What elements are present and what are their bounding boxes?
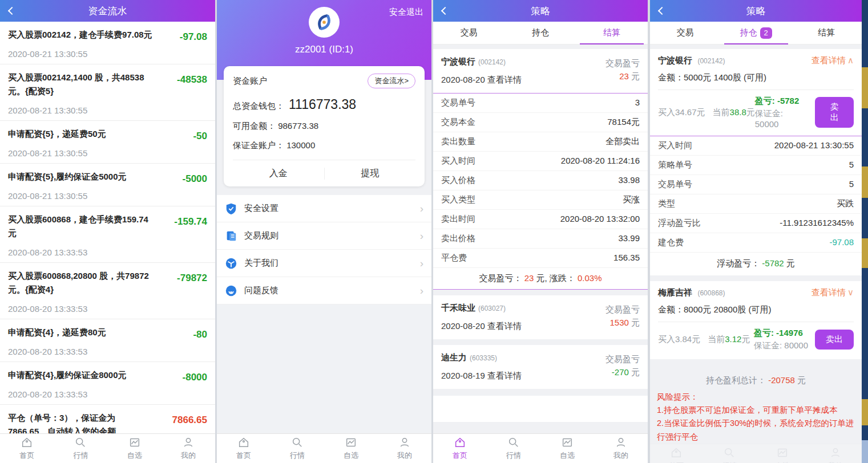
back-icon[interactable] bbox=[658, 7, 666, 15]
nav-mine[interactable]: 我的 bbox=[594, 434, 648, 463]
table-row: 浮动盈亏比-11.91231612345% bbox=[650, 214, 862, 233]
strategy-tabs: 交易 持仓 2 结算 bbox=[650, 22, 862, 44]
deposit-button[interactable]: 入金 bbox=[233, 168, 325, 180]
nav-watchlist[interactable]: 自选 bbox=[756, 444, 809, 463]
menu-item-security[interactable]: 安全设置 › bbox=[217, 195, 431, 222]
chevron-up-icon: ∧ bbox=[847, 55, 854, 65]
flow-amount: 7866.65 bbox=[172, 415, 207, 433]
nav-market[interactable]: 行情 bbox=[271, 434, 324, 463]
page-title: 策略 bbox=[531, 5, 550, 18]
pl-label: 交易盈亏 bbox=[605, 352, 640, 365]
position-amount: 金额：5000元 1400股 (可用) bbox=[658, 72, 854, 90]
user-icon bbox=[615, 436, 627, 449]
tab-settlement[interactable]: 结算 bbox=[791, 22, 862, 44]
view-detail-link[interactable]: 查看详情 bbox=[487, 371, 522, 380]
user-icon bbox=[182, 436, 195, 449]
view-detail-link[interactable]: 查看详情 bbox=[487, 75, 522, 84]
risk-line: 2.当保证金比例低于30%的时候，系统会对您的订单进行强行平仓 bbox=[657, 417, 855, 443]
table-row: 交易本金78154元 bbox=[433, 113, 648, 132]
risk-line: 1.持仓股票不可追加保证金，可重新下单平摊成本 bbox=[657, 404, 855, 417]
view-detail-link[interactable]: 查看详情∧ bbox=[812, 55, 854, 66]
settlement-record[interactable]: 千禾味业(603027) 2020-08-20 查看详情 交易盈亏 1530 元 bbox=[433, 295, 648, 339]
chevron-right-icon: › bbox=[420, 230, 423, 242]
settlement-record[interactable]: 宁波银行(002142) 2020-08-20 查看详情 交易盈亏 23 元 bbox=[433, 49, 648, 94]
bottom-nav: 首页 行情 自选 我的 bbox=[217, 433, 431, 463]
withdraw-button[interactable]: 提现 bbox=[325, 168, 416, 180]
chevron-right-icon: › bbox=[420, 202, 423, 215]
nav-home[interactable]: 首页 bbox=[217, 434, 271, 463]
sell-button[interactable]: 卖出 bbox=[815, 330, 854, 350]
sell-button[interactable]: 卖出 bbox=[815, 97, 854, 128]
nav-watchlist[interactable]: 自选 bbox=[108, 434, 162, 463]
nav-watchlist[interactable]: 自选 bbox=[324, 434, 378, 463]
home-icon bbox=[237, 436, 250, 449]
flow-row[interactable]: 申请配资{5}，递延费50元2020-08-21 13:30:55-50 bbox=[0, 121, 215, 164]
margin-label: 保证金账户： bbox=[233, 140, 284, 150]
flow-desc: 申请配资{4},履约保证金8000元 bbox=[8, 368, 154, 382]
flow-row[interactable]: 买入股票600868，建仓手续费159.74元2020-08-20 13:33:… bbox=[0, 206, 215, 263]
table-row: 策略单号5 bbox=[650, 156, 862, 175]
shield-icon bbox=[225, 202, 237, 215]
position-card: 梅雁吉祥 (600868) 查看详情∨ 金额：8000元 20800股 (可用)… bbox=[650, 281, 862, 359]
stock-code: (002142) bbox=[697, 57, 725, 65]
pl-value: 1530 bbox=[609, 318, 628, 327]
nav-home[interactable]: 首页 bbox=[0, 434, 54, 463]
nav-home[interactable]: 首页 bbox=[650, 444, 703, 463]
back-icon[interactable] bbox=[441, 7, 449, 15]
fund-account-card: 资金账户 资金流水> 总资金钱包： 1116773.38 可用金额： 98677… bbox=[224, 66, 425, 186]
flow-amount: -97.08 bbox=[180, 31, 207, 59]
flow-row[interactable]: 买入股票002142,1400 股，共48538元。{配资5}2020-08-2… bbox=[0, 64, 215, 121]
chart-icon bbox=[561, 436, 574, 449]
bottom-nav: 首页 行情 自选 我的 bbox=[433, 433, 648, 463]
flow-desc: 买入股票002142,1400 股，共48538元。{配资5} bbox=[8, 71, 154, 98]
tab-settlement[interactable]: 结算 bbox=[576, 22, 648, 44]
header-strategy: 策略 bbox=[433, 0, 648, 22]
flow-time: 2020-08-20 13:33:53 bbox=[8, 389, 154, 399]
fund-flow-list[interactable]: 买入股票002142，建仓手续费97.08元2020-08-21 13:30:5… bbox=[0, 22, 215, 433]
nav-mine[interactable]: 我的 bbox=[378, 434, 431, 463]
table-row: 交易单号3 bbox=[433, 94, 648, 113]
flow-row[interactable]: 买入股票600868,20800 股，共79872元。{配资4}2020-08-… bbox=[0, 263, 215, 319]
tab-positions[interactable]: 持仓 2 bbox=[721, 22, 792, 44]
flow-time: 2020-08-20 13:33:53 bbox=[8, 304, 154, 314]
summary-pl: 23 bbox=[524, 273, 534, 283]
header-fund-flow: 资金流水 bbox=[0, 0, 215, 22]
flow-row[interactable]: 申请配资{4}，递延费80元2020-08-20 13:33:53-80 bbox=[0, 319, 215, 362]
user-icon bbox=[398, 436, 411, 449]
record-date: 2020-08-20 bbox=[441, 75, 485, 84]
nav-market[interactable]: 行情 bbox=[487, 434, 540, 463]
nav-mine[interactable]: 我的 bbox=[162, 434, 215, 463]
tab-trade[interactable]: 交易 bbox=[650, 22, 721, 44]
tab-trade[interactable]: 交易 bbox=[433, 22, 504, 44]
flow-row[interactable]: 买入股票002142，建仓手续费97.08元2020-08-21 13:30:5… bbox=[0, 22, 215, 64]
current-price: 当前3.12元 bbox=[708, 334, 750, 345]
fund-flow-link[interactable]: 资金流水> bbox=[368, 74, 415, 88]
position-pl: 盈亏: -14976 bbox=[754, 328, 808, 339]
flow-row[interactable]: 平仓（单号：3），保证金为7866.65，自动转入您的余额2020-08-20 … bbox=[0, 405, 215, 433]
settlement-detail-table: 交易单号3 交易本金78154元 卖出数量全部卖出 买入时间2020-08-20… bbox=[433, 94, 648, 268]
home-icon bbox=[21, 436, 33, 449]
menu-item-feedback[interactable]: 问题反馈 › bbox=[217, 277, 431, 304]
settlement-record[interactable]: 迪生力(603335) 2020-08-19 查看详情 交易盈亏 -270 元 bbox=[433, 345, 648, 389]
nav-market[interactable]: 行情 bbox=[703, 444, 756, 463]
fund-flow-screen: 资金流水 买入股票002142，建仓手续费97.08元2020-08-21 13… bbox=[0, 0, 215, 463]
view-detail-link[interactable]: 查看详情∨ bbox=[812, 287, 854, 298]
menu-item-rules[interactable]: 交易规则 › bbox=[217, 222, 431, 250]
nav-market[interactable]: 行情 bbox=[54, 434, 107, 463]
nav-mine[interactable]: 我的 bbox=[809, 444, 862, 463]
flow-row[interactable]: 申请配资{4},履约保证金8000元2020-08-20 13:33:53-80… bbox=[0, 362, 215, 405]
feedback-icon bbox=[225, 285, 237, 297]
flow-row[interactable]: 申请配资{5},履约保证金5000元2020-08-21 13:30:55-50… bbox=[0, 164, 215, 206]
menu-item-about[interactable]: 关于我们 › bbox=[217, 250, 431, 277]
flow-desc: 申请配资{5}，递延费50元 bbox=[8, 127, 154, 141]
stock-name: 梅雁吉祥 bbox=[658, 287, 692, 297]
nav-home[interactable]: 首页 bbox=[433, 434, 487, 463]
back-icon[interactable] bbox=[8, 7, 16, 15]
nav-watchlist[interactable]: 自选 bbox=[540, 434, 594, 463]
view-detail-link[interactable]: 查看详情 bbox=[487, 321, 522, 331]
margin-value: 130000 bbox=[286, 140, 315, 150]
flow-time: 2020-08-21 13:30:55 bbox=[8, 191, 154, 201]
tab-positions[interactable]: 持仓 bbox=[504, 22, 576, 44]
logout-button[interactable]: 安全退出 bbox=[389, 7, 423, 18]
flow-amount: -50 bbox=[193, 131, 207, 158]
